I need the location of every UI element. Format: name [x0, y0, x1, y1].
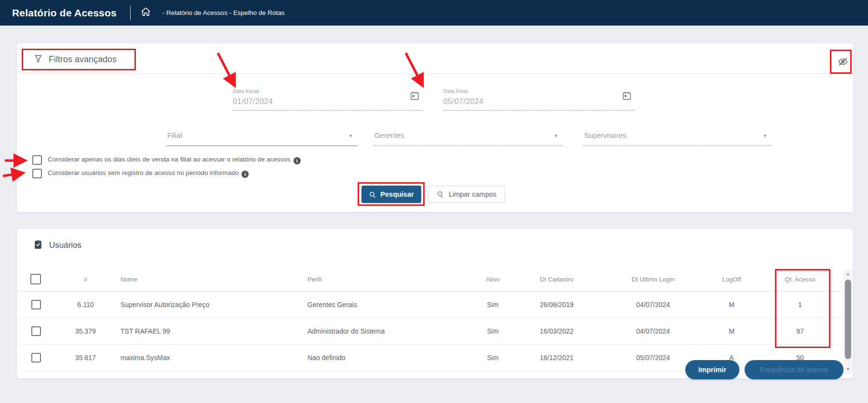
home-icon	[140, 6, 151, 19]
cell-ativo: Sim	[463, 327, 523, 335]
gerentes-select[interactable]: Gerentes ▼	[374, 130, 563, 146]
filial-select[interactable]: Filial ▼	[166, 130, 358, 146]
cell-nome: TST RAFAEL 99	[120, 327, 280, 335]
pesquisar-button[interactable]: Pesquisar	[361, 186, 421, 203]
search-icon	[369, 191, 376, 198]
imprimir-button[interactable]: Imprimir	[685, 360, 739, 379]
cell-perfil: Administrador do Sistema	[307, 327, 452, 335]
supervisores-select-label: Supervisores	[584, 131, 627, 139]
cell-qtacesso: 1	[774, 301, 827, 309]
checkbox-row-dias-uteis: Considerar apenas os dias úteis de venda…	[32, 155, 301, 165]
column-header-qtacesso[interactable]: Qt. Acesso	[774, 276, 827, 283]
filters-title: Filtros avançados	[49, 54, 117, 65]
gerentes-select-label: Gerentes	[374, 131, 404, 139]
select-all-checkbox[interactable]	[30, 274, 41, 284]
cell-id: 35.379	[63, 327, 108, 335]
frequencia-acesso-button[interactable]: Frequência de acesso	[745, 360, 843, 379]
column-header-ativo[interactable]: Ativo	[463, 276, 523, 283]
info-icon[interactable]: i	[294, 157, 301, 164]
column-header-nome[interactable]: Nome	[120, 276, 280, 283]
cell-ativo: Sim	[463, 301, 523, 309]
column-header-perfil[interactable]: Perfil	[307, 276, 452, 283]
eraser-icon	[437, 190, 444, 198]
limpar-campos-button-label: Limpar campos	[449, 190, 496, 198]
cell-nome: maxima.SysMax	[120, 354, 280, 362]
table-scrollbar[interactable]: ▲ ▼	[843, 269, 853, 374]
page-title: Relatório de Acessos	[12, 7, 117, 19]
calendar-icon[interactable]	[410, 91, 420, 103]
cell-dtcadastro: 26/08/2019	[528, 301, 586, 309]
row-checkbox[interactable]	[31, 353, 41, 363]
column-header-dtultimologin[interactable]: Dt Ultimo Login	[624, 276, 682, 283]
cell-nome: Supervisor Autorização Preço	[120, 301, 280, 309]
imprimir-button-label: Imprimir	[698, 366, 726, 374]
breadcrumb: - Relatório de Acessos - Espelho de Rota…	[162, 9, 285, 16]
supervisores-select[interactable]: Supervisores ▼	[583, 130, 772, 146]
table-header-row: # Nome Perfil Ativo Dt Cadastro Dt Ultim…	[17, 268, 843, 292]
cell-dtultimologin: 05/07/2024	[624, 354, 682, 362]
top-app-bar: Relatório de Acessos - Relatório de Aces…	[0, 0, 868, 26]
calendar-icon[interactable]	[622, 91, 632, 103]
date-final-value: 05/07/2024	[443, 97, 635, 106]
home-button[interactable]	[139, 6, 153, 20]
table-row[interactable]: 35.379 TST RAFAEL 99 Administrador do Si…	[17, 318, 843, 345]
cell-qtacesso: 97	[774, 327, 827, 335]
table-row[interactable]: 6.110 Supervisor Autorização Preço Geren…	[17, 292, 843, 318]
limpar-campos-button[interactable]: Limpar campos	[428, 186, 505, 203]
cell-dtultimologin: 04/07/2024	[624, 327, 682, 335]
column-header-logoff[interactable]: LogOff	[708, 276, 756, 283]
date-initial-value: 01/07/2024	[233, 97, 423, 106]
pesquisar-button-label: Pesquisar	[380, 190, 414, 198]
column-header-dtcadastro[interactable]: Dt Cadastro	[528, 276, 586, 283]
clipboard-check-icon	[34, 240, 42, 251]
chevron-down-icon: ▼	[348, 134, 353, 138]
scroll-down-icon[interactable]: ▼	[843, 367, 853, 372]
row-checkbox[interactable]	[31, 300, 41, 309]
info-icon[interactable]: i	[241, 171, 249, 178]
cell-dtcadastro: 16/03/2022	[528, 327, 586, 335]
cell-id: 6.110	[63, 301, 108, 309]
cell-dtcadastro: 16/12/2021	[528, 354, 586, 362]
users-title: Usuários	[49, 241, 81, 250]
scrollbar-thumb[interactable]	[845, 280, 851, 359]
checkbox-row-sem-registro: Considerar usuários sem registro de aces…	[32, 169, 249, 178]
date-initial-label: Data Inicial	[233, 88, 423, 94]
dias-uteis-checkbox[interactable]	[32, 155, 42, 165]
cell-logoff: M	[708, 301, 756, 309]
sem-registro-checkbox-label: Considerar usuários sem registro de aces…	[48, 169, 249, 178]
cell-perfil: Gerentes Gerais	[307, 301, 452, 309]
toggle-visibility-button[interactable]	[836, 55, 850, 70]
cell-logoff: M	[708, 327, 756, 335]
date-final-field[interactable]: Data Final 05/07/2024	[443, 88, 635, 111]
filters-header: Filtros avançados	[34, 54, 117, 65]
users-header: Usuários	[34, 240, 81, 251]
row-checkbox[interactable]	[31, 326, 41, 336]
cell-ativo: Sim	[463, 354, 523, 362]
sem-registro-checkbox[interactable]	[32, 169, 42, 178]
filter-funnel-icon	[34, 54, 43, 65]
header-divider	[130, 6, 131, 20]
date-initial-field[interactable]: Data Inicial 01/07/2024	[233, 88, 423, 111]
cell-perfil: Nao definido	[307, 354, 452, 362]
dias-uteis-checkbox-label: Considerar apenas os dias úteis de venda…	[48, 156, 301, 164]
column-header-id[interactable]: #	[63, 276, 108, 283]
filial-select-label: Filial	[167, 131, 182, 139]
frequencia-acesso-button-label: Frequência de acesso	[760, 366, 828, 374]
advanced-filters-panel: Filtros avançados Data Inicial 01/07/202…	[17, 43, 853, 212]
cell-dtultimologin: 04/07/2024	[624, 301, 682, 309]
users-panel: Usuários # Nome Perfil Ativo Dt Cadastro…	[17, 229, 853, 378]
chevron-down-icon: ▼	[554, 134, 558, 138]
eye-off-icon	[837, 56, 849, 69]
date-final-label: Data Final	[443, 88, 635, 94]
chevron-down-icon: ▼	[763, 134, 767, 138]
filters-header-divider	[17, 73, 853, 74]
scroll-up-icon[interactable]: ▲	[843, 271, 853, 276]
cell-id: 35.617	[63, 354, 108, 362]
